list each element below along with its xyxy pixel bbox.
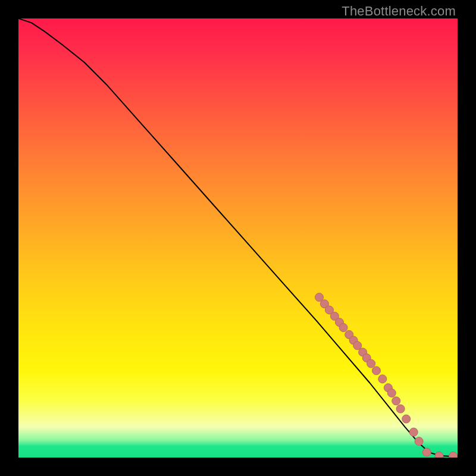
data-point xyxy=(339,324,347,332)
data-points xyxy=(315,293,458,458)
data-point xyxy=(422,448,431,456)
data-point xyxy=(372,367,381,375)
data-point xyxy=(449,452,458,458)
watermark-text: TheBottleneck.com xyxy=(342,4,456,19)
data-point xyxy=(415,437,423,446)
data-point xyxy=(435,452,443,458)
data-point xyxy=(387,389,396,397)
chart-stage: TheBottleneck.com xyxy=(0,0,476,476)
plot-area xyxy=(18,18,458,458)
data-point xyxy=(392,397,400,405)
data-point xyxy=(367,359,375,368)
data-point xyxy=(402,415,411,423)
data-point xyxy=(396,405,405,413)
data-point xyxy=(378,375,387,383)
curve-layer xyxy=(18,18,458,458)
data-point xyxy=(409,428,418,436)
